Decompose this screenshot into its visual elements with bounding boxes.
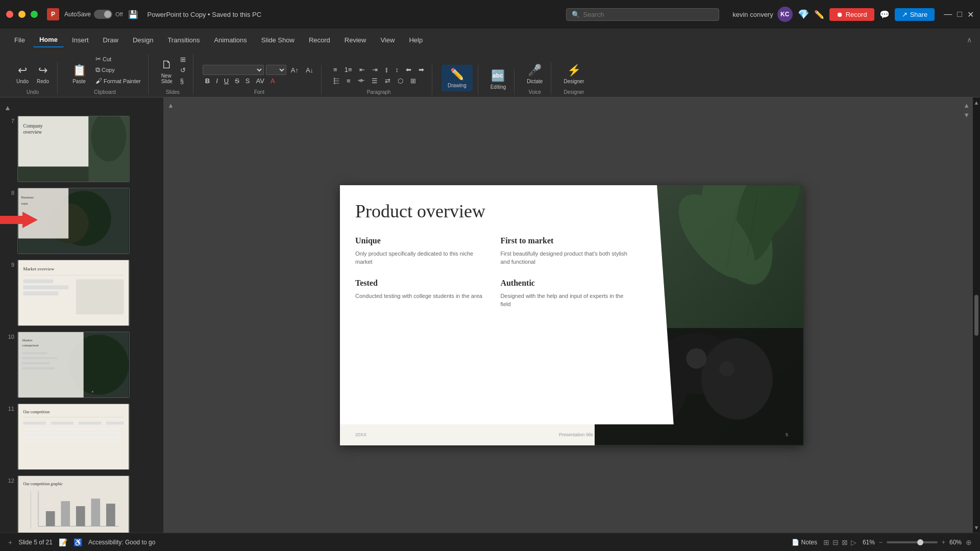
tab-view[interactable]: View	[374, 33, 401, 47]
reading-view-button[interactable]: ⊠	[842, 538, 848, 546]
editing-button[interactable]: 🔤 Editing	[487, 68, 509, 91]
smart-art-button[interactable]: ⬡	[395, 76, 406, 86]
increase-font-button[interactable]: A↑	[288, 65, 301, 75]
decrease-indent-button[interactable]: ⇤	[357, 65, 368, 74]
redo-button[interactable]: ↪ Redo	[34, 62, 52, 86]
fit-slide-button[interactable]: ⊕	[966, 538, 972, 546]
scrollbar-thumb[interactable]	[974, 295, 978, 336]
slide-thumb-9[interactable]: Market overview	[17, 260, 130, 326]
notes-button[interactable]: 📄 Notes	[792, 539, 817, 546]
slideshow-view-button[interactable]: ▷	[851, 538, 856, 546]
autosave-toggle[interactable]	[94, 10, 112, 19]
bold-button[interactable]: B	[203, 76, 212, 86]
zoom-in-button[interactable]: +	[942, 539, 945, 546]
cut-button[interactable]: ✂ Cut	[93, 54, 143, 64]
layout-button[interactable]: ⊞	[178, 55, 188, 64]
pen-icon[interactable]: ✏️	[814, 10, 824, 19]
close-icon[interactable]: ✕	[967, 10, 974, 19]
reset-slide-button[interactable]: ↺	[178, 65, 188, 75]
section-button[interactable]: §	[178, 76, 188, 86]
decrease-font-button[interactable]: A↓	[303, 65, 316, 75]
italic-button[interactable]: I	[213, 76, 220, 86]
copy-button[interactable]: ⧉ Copy	[93, 65, 143, 75]
zoom-slider-thumb[interactable]	[917, 539, 923, 545]
minimize-icon[interactable]: —	[944, 10, 952, 19]
tab-animations[interactable]: Animations	[208, 33, 253, 47]
ribbon-collapse-icon[interactable]: ∧	[967, 36, 972, 44]
numbering-button[interactable]: 1≡	[342, 65, 355, 74]
canvas-scrollbar-up[interactable]: ▲	[974, 99, 979, 106]
tab-review[interactable]: Review	[338, 33, 373, 47]
underline-button[interactable]: U	[222, 76, 231, 86]
zoom-slider[interactable]	[887, 541, 938, 543]
increase-indent-button[interactable]: ⇥	[370, 65, 380, 74]
minimize-window-button[interactable]	[18, 11, 26, 18]
slide-panel-scroll-up[interactable]: ▲	[2, 102, 161, 114]
slide-thumb-12[interactable]: Our competition graphic	[17, 475, 130, 533]
align-left-button[interactable]: ⬱	[331, 76, 342, 86]
slide-item-9[interactable]: 9 Market overview	[2, 258, 161, 328]
slide-sorter-button[interactable]: ⊟	[832, 538, 839, 546]
tab-transitions[interactable]: Transitions	[161, 33, 206, 47]
format-painter-button[interactable]: 🖌 Format Painter	[93, 76, 143, 86]
accessibility-icon[interactable]: ♿	[74, 538, 82, 546]
align-center-button[interactable]: ≡	[344, 76, 353, 86]
paste-button[interactable]: 📋 Paste	[67, 62, 91, 86]
main-slide-canvas[interactable]: Product overview Unique Only product spe…	[340, 185, 803, 445]
designer-icon[interactable]: 💎	[798, 9, 809, 20]
canvas-scrollbar-down[interactable]: ▼	[974, 524, 979, 531]
columns-button[interactable]: ⫿	[382, 65, 391, 74]
comments-icon[interactable]: 💬	[879, 10, 890, 19]
tab-draw[interactable]: Draw	[97, 33, 125, 47]
slide-item-10[interactable]: 10 Market comparison ▲	[2, 330, 161, 400]
maximize-window-button[interactable]	[31, 11, 38, 18]
tab-home[interactable]: Home	[33, 33, 64, 47]
slide-item-12[interactable]: 12 Our competition graphic	[2, 473, 161, 533]
canvas-scroll-up[interactable]: ▲	[167, 102, 174, 109]
tab-file[interactable]: File	[8, 33, 31, 47]
slide-item-7[interactable]: 7 Company overview	[2, 114, 161, 184]
zoom-add-button[interactable]: +	[8, 538, 12, 546]
slide-thumb-7[interactable]: Company overview	[17, 116, 130, 182]
font-name-dropdown[interactable]	[203, 65, 264, 75]
slide-item-11[interactable]: 11 Our competition	[2, 402, 161, 472]
new-slide-button[interactable]: 🗋 NewSlide	[158, 57, 176, 86]
tab-record[interactable]: Record	[303, 33, 336, 47]
designer-button[interactable]: ⚡ Designer	[560, 62, 587, 86]
shadow-button[interactable]: S	[243, 76, 253, 86]
tab-insert[interactable]: Insert	[66, 33, 95, 47]
tab-slideshow[interactable]: Slide Show	[255, 33, 301, 47]
slide-notes-icon[interactable]: 📝	[59, 538, 67, 546]
search-box[interactable]: 🔍	[566, 8, 719, 21]
slide-thumb-10[interactable]: Market comparison ▲	[17, 332, 130, 398]
dictate-button[interactable]: 🎤 Dictate	[524, 62, 546, 86]
align-right-button[interactable]: ⬲	[355, 76, 367, 86]
tab-help[interactable]: Help	[403, 33, 429, 47]
char-spacing-button[interactable]: AV	[254, 76, 267, 86]
record-button[interactable]: ⏺ Record	[829, 8, 874, 21]
normal-view-button[interactable]: ⊞	[823, 538, 829, 546]
text-direction-button[interactable]: ⇄	[382, 76, 393, 86]
nav-arrow-up[interactable]: ▲	[963, 102, 970, 109]
tab-design[interactable]: Design	[127, 33, 159, 47]
slide-thumb-11[interactable]: Our competition	[17, 404, 130, 470]
undo-button[interactable]: ↩ Undo	[13, 62, 32, 86]
drawing-button[interactable]: ✏️ Drawing	[442, 65, 473, 91]
maximize-icon[interactable]: □	[957, 10, 962, 19]
line-spacing-button[interactable]: ↕	[393, 65, 402, 74]
zoom-out-button[interactable]: −	[879, 539, 883, 546]
save-icon[interactable]: 💾	[128, 10, 138, 19]
bullets-button[interactable]: ≡	[331, 65, 340, 74]
rtl-button[interactable]: ⬅	[403, 65, 414, 74]
font-color-button[interactable]: A	[268, 76, 278, 86]
font-size-dropdown[interactable]	[266, 65, 286, 75]
ltr-button[interactable]: ➡	[416, 65, 427, 74]
nav-arrow-down[interactable]: ▼	[963, 111, 970, 119]
strikethrough-button[interactable]: S	[232, 76, 242, 86]
share-button[interactable]: ↗ Share	[895, 8, 935, 21]
paragraph-dialog-button[interactable]: ⊞	[408, 76, 419, 86]
justify-button[interactable]: ☰	[369, 76, 380, 86]
close-window-button[interactable]	[6, 11, 13, 18]
search-input[interactable]	[583, 11, 714, 18]
slide-title[interactable]: Product overview	[355, 201, 633, 222]
